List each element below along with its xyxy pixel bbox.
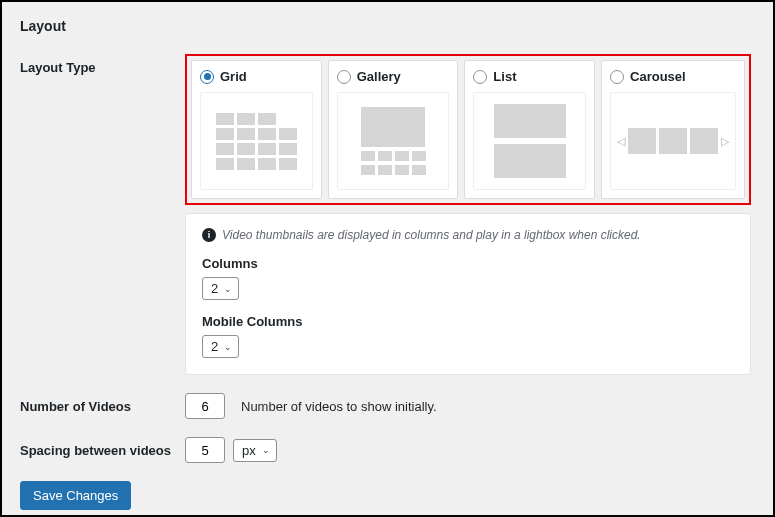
columns-value: 2 <box>211 281 218 296</box>
mobile-columns-label: Mobile Columns <box>202 314 734 329</box>
layout-option-gallery[interactable]: Gallery <box>328 60 459 199</box>
spacing-unit-select[interactable]: px ⌄ <box>233 439 277 462</box>
chevron-right-icon: ▷ <box>721 135 729 148</box>
option-label: List <box>493 69 516 84</box>
option-label: Carousel <box>630 69 686 84</box>
chevron-left-icon: ◁ <box>617 135 625 148</box>
spacing-label: Spacing between videos <box>20 437 185 458</box>
radio-icon <box>610 70 624 84</box>
layout-type-label: Layout Type <box>20 54 185 75</box>
layout-type-row: Layout Type Grid <box>20 54 755 375</box>
option-label: Grid <box>220 69 247 84</box>
preview-carousel: ◁ ▷ <box>610 92 736 190</box>
radio-icon <box>337 70 351 84</box>
chevron-down-icon: ⌄ <box>224 342 232 352</box>
info-text: Video thumbnails are displayed in column… <box>222 228 641 242</box>
layout-settings-panel: i Video thumbnails are displayed in colu… <box>185 213 751 375</box>
layout-type-options: Grid Gallery <box>185 54 751 205</box>
preview-gallery <box>337 92 450 190</box>
spacing-input[interactable] <box>185 437 225 463</box>
chevron-down-icon: ⌄ <box>224 284 232 294</box>
layout-option-grid[interactable]: Grid <box>191 60 322 199</box>
section-heading: Layout <box>20 18 755 34</box>
info-line: i Video thumbnails are displayed in colu… <box>202 228 734 242</box>
layout-option-list[interactable]: List <box>464 60 595 199</box>
spacing-unit-value: px <box>242 443 256 458</box>
option-label: Gallery <box>357 69 401 84</box>
num-videos-row: Number of Videos Number of videos to sho… <box>20 393 755 419</box>
spacing-row: Spacing between videos px ⌄ <box>20 437 755 463</box>
radio-icon <box>200 70 214 84</box>
chevron-down-icon: ⌄ <box>262 445 270 455</box>
mobile-columns-select[interactable]: 2 ⌄ <box>202 335 239 358</box>
columns-label: Columns <box>202 256 734 271</box>
layout-option-carousel[interactable]: Carousel ◁ ▷ <box>601 60 745 199</box>
info-icon: i <box>202 228 216 242</box>
radio-icon <box>473 70 487 84</box>
num-videos-help: Number of videos to show initially. <box>241 399 437 414</box>
num-videos-input[interactable] <box>185 393 225 419</box>
preview-grid <box>200 92 313 190</box>
preview-list <box>473 92 586 190</box>
columns-select[interactable]: 2 ⌄ <box>202 277 239 300</box>
save-button[interactable]: Save Changes <box>20 481 131 510</box>
mobile-columns-value: 2 <box>211 339 218 354</box>
num-videos-label: Number of Videos <box>20 393 185 414</box>
